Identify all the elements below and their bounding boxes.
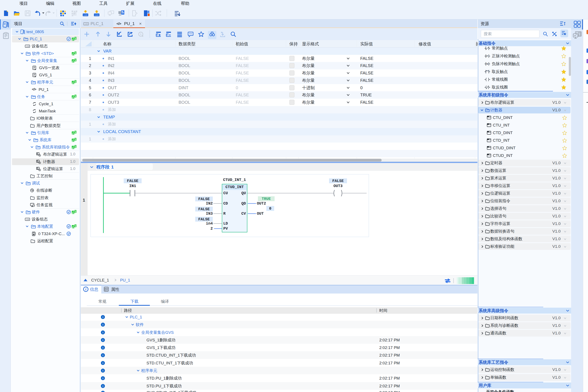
svg-text:P: P bbox=[486, 55, 488, 57]
svg-text:1100: 1100 bbox=[84, 23, 88, 25]
svg-text:N: N bbox=[486, 63, 488, 65]
svg-text:x: x bbox=[34, 68, 36, 70]
svg-text:1100: 1100 bbox=[26, 219, 29, 220]
svg-text:10: 10 bbox=[148, 11, 150, 13]
svg-text:1100: 1100 bbox=[95, 14, 99, 16]
svg-text:x: x bbox=[34, 76, 36, 78]
svg-text:1100: 1100 bbox=[26, 46, 29, 47]
svg-text:1100: 1100 bbox=[83, 14, 87, 16]
svg-text:1: 1 bbox=[140, 33, 141, 36]
svg-text:NOT: NOT bbox=[486, 70, 489, 72]
